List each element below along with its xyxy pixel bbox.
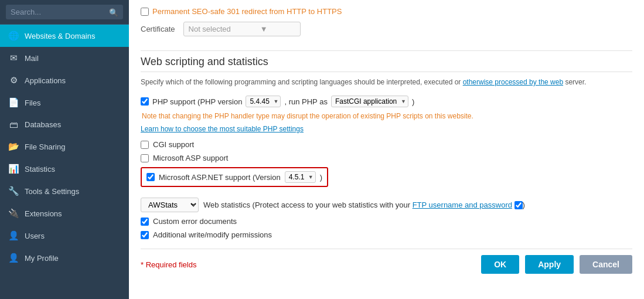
mail-icon: ✉ (8, 53, 19, 63)
sidebar: 🔍 🌐 Websites & Domains ✉ Mail ⚙ Applicat… (0, 0, 129, 299)
section-description: Specify which of the following programmi… (141, 77, 632, 87)
statistics-icon: 📊 (8, 164, 19, 174)
sidebar-item-label: Users (25, 232, 45, 240)
write-perms-checkbox[interactable] (141, 231, 149, 239)
users-icon: 👤 (8, 230, 19, 241)
sidebar-item-users[interactable]: 👤 Users (0, 225, 129, 247)
asp-support-checkbox[interactable] (141, 154, 149, 162)
file-sharing-icon: 📂 (8, 141, 19, 152)
custom-errors-checkbox[interactable] (141, 218, 149, 226)
divider (141, 50, 632, 51)
main-content: Permanent SEO-safe 301 redirect from HTT… (129, 0, 644, 299)
bottom-bar: * Required fields OK Apply Cancel (141, 249, 632, 274)
sidebar-item-label: Databases (25, 120, 61, 129)
permanent-redirect-link[interactable]: Permanent SEO-safe 301 redirect from HTT… (152, 7, 342, 16)
cgi-support-checkbox[interactable] (141, 141, 149, 149)
cancel-button[interactable]: Cancel (580, 255, 632, 274)
sidebar-item-statistics[interactable]: 📊 Statistics (0, 158, 129, 180)
sidebar-item-databases[interactable]: 🗃 Databases (0, 114, 129, 135)
php-support-label: PHP support (PHP version (152, 97, 242, 106)
asp-support-row: Microsoft ASP support (141, 154, 632, 162)
aspnet-version-wrapper: 4.5.1 (285, 171, 316, 183)
sidebar-item-extensions[interactable]: 🔌 Extensions (0, 202, 129, 225)
certificate-value: Not selected (189, 25, 231, 33)
sidebar-item-files[interactable]: 📄 Files (0, 91, 129, 114)
aspnet-row-close: ) (320, 173, 322, 182)
sidebar-item-label: Websites & Domains (25, 32, 95, 40)
sidebar-item-label: Tools & Settings (25, 187, 79, 196)
php-settings-link[interactable]: Learn how to choose the most suitable PH… (141, 125, 632, 133)
write-perms-label: Additional write/modify permissions (153, 230, 272, 239)
apply-button[interactable]: Apply (525, 255, 574, 274)
php-support-row: PHP support (PHP version 5.4.45 , run PH… (141, 96, 632, 107)
sidebar-item-label: Statistics (25, 165, 55, 174)
sidebar-item-label: File Sharing (25, 142, 65, 151)
permanent-redirect-checkbox[interactable] (141, 8, 149, 16)
extensions-icon: 🔌 (8, 208, 19, 219)
chevron-down-icon: ▼ (260, 25, 268, 33)
section-title: Web scripting and statistics (141, 56, 632, 72)
globe-icon: 🌐 (8, 30, 19, 41)
write-perms-row: Additional write/modify permissions (141, 230, 632, 239)
required-note: * Required fields (141, 260, 475, 269)
php-version-select[interactable]: 5.4.45 (246, 96, 281, 107)
aspnet-support-checkbox[interactable] (146, 173, 155, 181)
sidebar-item-label: Applications (25, 76, 66, 85)
php-handler-select[interactable]: FastCGI application (331, 96, 408, 107)
search-icon: 🔍 (109, 8, 118, 16)
permanent-redirect-label: Permanent SEO-safe 301 redirect from HTT… (152, 7, 342, 16)
files-icon: 📄 (8, 97, 19, 108)
php-version-wrapper: 5.4.45 (246, 96, 281, 107)
php-handler-wrapper: FastCGI application (331, 96, 408, 107)
php-support-checkbox[interactable] (141, 97, 149, 106)
sidebar-item-file-sharing[interactable]: 📂 File Sharing (0, 135, 129, 158)
certificate-row: Certificate Not selected ▼ (141, 22, 632, 42)
sidebar-item-mail[interactable]: ✉ Mail (0, 47, 129, 69)
tools-icon: 🔧 (8, 186, 19, 196)
custom-errors-row: Custom error documents (141, 217, 632, 226)
databases-icon: 🗃 (8, 120, 19, 130)
awstats-protect-checkbox[interactable] (514, 201, 523, 209)
sidebar-item-label: Extensions (25, 209, 62, 218)
permanent-redirect-row: Permanent SEO-safe 301 redirect from HTT… (141, 7, 632, 16)
profile-icon: 👤 (8, 253, 19, 263)
certificate-label: Certificate (141, 25, 175, 33)
cgi-support-label: CGI support (153, 140, 194, 149)
run-php-as-label: , run PHP as (284, 97, 327, 106)
search-box: 🔍 (0, 0, 129, 25)
awstats-select-wrapper: AWStats (141, 198, 199, 212)
search-input[interactable] (6, 5, 123, 19)
sidebar-item-tools-settings[interactable]: 🔧 Tools & Settings (0, 180, 129, 202)
sidebar-item-label: Mail (25, 54, 39, 63)
ok-button[interactable]: OK (481, 255, 519, 274)
awstats-select[interactable]: AWStats (141, 198, 199, 212)
sidebar-item-label: My Profile (25, 254, 59, 263)
applications-icon: ⚙ (8, 75, 19, 86)
php-note: Note that changing the PHP handler type … (142, 111, 632, 121)
asp-support-label: Microsoft ASP support (153, 154, 228, 162)
ftp-link[interactable]: FTP username and password (413, 201, 512, 209)
certificate-select[interactable]: Not selected ▼ (183, 22, 301, 36)
custom-errors-label: Custom error documents (153, 217, 237, 226)
aspnet-version-select[interactable]: 4.5.1 (285, 171, 316, 183)
sidebar-item-applications[interactable]: ⚙ Applications (0, 69, 129, 91)
awstats-desc: Web statistics (Protect access to your w… (203, 201, 525, 210)
awstats-row: AWStats Web statistics (Protect access t… (141, 198, 632, 212)
cgi-support-row: CGI support (141, 140, 632, 149)
aspnet-support-label: Microsoft ASP.NET support (Version (159, 173, 281, 182)
web-server-link[interactable]: otherwise processed by the web (463, 78, 563, 86)
sidebar-item-my-profile[interactable]: 👤 My Profile (0, 247, 129, 269)
sidebar-item-websites-domains[interactable]: 🌐 Websites & Domains (0, 25, 129, 47)
sidebar-item-label: Files (25, 98, 40, 107)
aspnet-support-row: Microsoft ASP.NET support (Version 4.5.1… (141, 167, 328, 187)
php-row-close: ) (412, 97, 414, 106)
